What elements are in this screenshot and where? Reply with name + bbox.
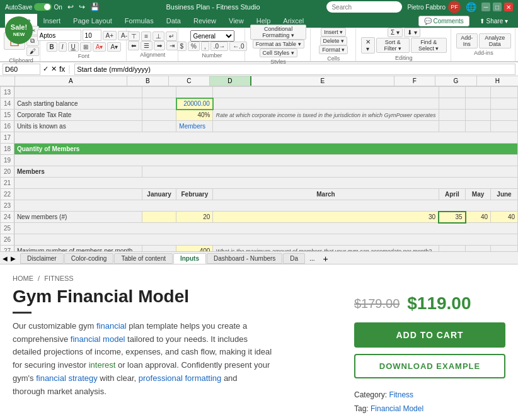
addins-button[interactable]: Add-Ins [456,33,478,48]
tab-more-icon[interactable]: ... [306,254,318,263]
clear-button[interactable]: ✕ ▾ [361,37,375,54]
cell-reference-input[interactable] [3,64,40,75]
cell-G15[interactable] [466,110,491,121]
breadcrumb-fitness[interactable]: FITNESS [44,275,73,282]
cell-B13[interactable] [14,87,142,98]
col-header-C[interactable]: C [169,76,210,86]
nav-right-icon[interactable]: ▶ [11,255,16,262]
cell-E15[interactable]: Rate at which corporate income is taxed … [213,110,439,121]
cell-F13[interactable] [439,87,466,98]
tab-data[interactable]: Data [160,14,187,28]
cell-B14[interactable]: Cash starting balance [14,98,142,110]
share-button[interactable]: ⬆ Share ▾ [473,16,514,26]
breadcrumb-home[interactable]: HOME [13,275,33,282]
add-to-cart-button[interactable]: ADD TO CART [354,322,505,348]
cell-G16[interactable] [466,121,491,132]
cell-C14[interactable] [142,98,176,110]
increase-decimal-button[interactable]: .0→ [210,42,228,51]
cell-C24[interactable] [142,212,176,223]
font-size-input[interactable] [83,30,101,41]
tab-review[interactable]: Review [187,14,222,28]
cell-F16[interactable] [439,121,466,132]
cell-C15[interactable] [142,110,176,121]
close-button[interactable]: ✕ [504,3,513,11]
delete-cells-button[interactable]: Delete ▾ [320,37,348,45]
tab-pagelayout[interactable]: Page Layout [67,14,118,28]
formula-input[interactable] [74,64,515,75]
tab-da[interactable]: Da [283,253,305,264]
tag-link[interactable]: Financial Model [371,404,423,413]
cell-E27[interactable]: What is the maximum amount of members th… [213,246,439,252]
cell-D24[interactable]: 20 [176,212,213,223]
maximize-button[interactable]: □ [493,3,502,11]
bold-button[interactable]: B [47,42,57,52]
undo-icon[interactable]: ↩ [67,3,74,11]
search-input[interactable] [326,1,402,13]
autosave-toggle[interactable] [34,3,52,11]
indent-button[interactable]: ⇥ [166,41,178,50]
analyze-data-button[interactable]: Analyze Data [479,33,511,48]
cell-H15[interactable] [491,110,518,121]
download-example-button[interactable]: DOWNLOAD EXAMPLE [354,354,505,378]
cell-G24[interactable]: 40 [466,212,491,223]
find-select-button[interactable]: Find & Select ▾ [411,38,447,53]
italic-button[interactable]: I [59,42,67,52]
cell-E16[interactable] [213,121,439,132]
cell-H16[interactable] [491,121,518,132]
col-header-A[interactable]: A [15,76,127,86]
fill-button[interactable]: ⬇ ▾ [404,28,420,37]
sigma-button[interactable]: Σ ▾ [388,28,403,37]
cell-B20[interactable]: Members [14,166,142,178]
fill-color-button[interactable]: A▾ [93,42,106,52]
cell-E14[interactable] [213,98,439,110]
decrease-decimal-button[interactable]: ←.0 [229,42,247,51]
tab-color-coding[interactable]: Color-coding [64,253,114,264]
cell-styles-button[interactable]: Cell Styles ▾ [260,48,297,57]
align-center-button[interactable]: ☰ [141,41,153,50]
cell-F14[interactable] [439,98,466,110]
formula-cancel-icon[interactable]: ✕ [51,65,57,73]
redo-icon[interactable]: ↪ [79,3,85,11]
cell-D13[interactable] [176,87,213,98]
cell-C13[interactable] [142,87,176,98]
align-middle-button[interactable]: ≡ [141,31,151,41]
tab-inputs[interactable]: Inputs [173,253,206,264]
cell-B27[interactable]: Maximum number of members per month [14,246,142,252]
percent-button[interactable]: % [188,42,200,51]
col-header-B[interactable]: B [127,76,169,86]
insert-function-icon[interactable]: fx [59,65,65,74]
tab-table-of-content[interactable]: Table of content [114,253,173,264]
cell-E13[interactable] [213,87,439,98]
category-link[interactable]: Fitness [389,390,413,399]
quick-save-icon[interactable]: 💾 [90,3,100,11]
cell-E24[interactable]: 30 [213,212,439,223]
wrap-text-button[interactable]: ↵ [166,31,177,41]
tab-disclaimer[interactable]: Disclaimer [20,253,64,264]
cell-G13[interactable] [466,87,491,98]
col-header-D[interactable]: D [210,76,251,86]
cell-D15[interactable]: 40% [176,110,213,121]
align-bottom-button[interactable]: ⊥ [153,31,164,41]
cell-H14[interactable] [491,98,518,110]
cell-H27[interactable] [491,246,518,252]
minimize-button[interactable]: ─ [481,3,490,11]
font-increase-button[interactable]: A+ [103,31,117,40]
cell-D16[interactable]: Members [176,121,213,132]
cell-B15[interactable]: Corporate Tax Rate [14,110,142,121]
cell-F15[interactable] [439,110,466,121]
align-left-button[interactable]: ⬅ [128,41,139,50]
border-button[interactable]: ⊞ [80,42,91,52]
cell-F24[interactable]: 35 [439,212,466,223]
sort-filter-button[interactable]: Sort & Filter ▾ [376,38,410,53]
add-sheet-icon[interactable]: + [319,253,332,265]
font-color-button[interactable]: A▾ [107,42,121,52]
cell-H24[interactable]: 40 [491,212,518,223]
cell-C16[interactable] [142,121,176,132]
format-painter-button[interactable]: 🖌 [26,47,39,56]
comments-button[interactable]: 💬 Comments [418,16,469,26]
tab-insert[interactable]: Insert [37,14,67,28]
cell-C27[interactable] [142,246,176,252]
cell-G27[interactable] [466,246,491,252]
cell-D14[interactable]: 20000.00 [176,98,213,110]
cell-F27[interactable] [439,246,466,252]
